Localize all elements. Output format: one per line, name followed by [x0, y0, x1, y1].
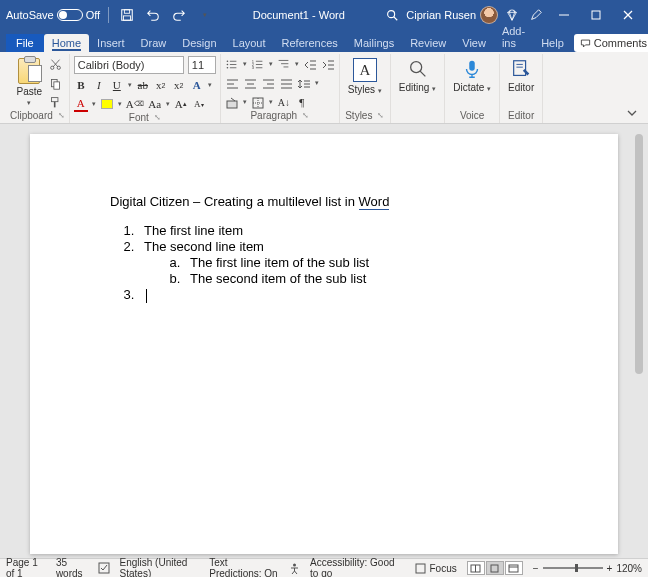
print-layout-icon[interactable]	[486, 561, 504, 575]
collapse-ribbon-icon[interactable]	[626, 107, 638, 119]
list-item: The first line item	[138, 223, 538, 238]
toggle-off-icon	[57, 9, 83, 21]
justify-icon[interactable]	[279, 75, 293, 91]
close-button[interactable]	[614, 0, 642, 30]
zoom-level[interactable]: 120%	[616, 563, 642, 574]
tab-insert[interactable]: Insert	[89, 34, 133, 52]
title-bar: AutoSave Off ▾ Document1 - Word Ciprian …	[0, 0, 648, 30]
document-area: Digital Citizen – Creating a multilevel …	[0, 124, 648, 558]
bullets-icon[interactable]	[225, 56, 239, 72]
autosave-toggle[interactable]: AutoSave Off	[6, 9, 100, 21]
tab-addins[interactable]: Add-ins	[494, 22, 533, 52]
styles-button[interactable]: A Styles ▾	[344, 56, 386, 97]
word-count[interactable]: 35 words	[56, 557, 88, 577]
bold-button[interactable]: B	[74, 77, 88, 93]
page-indicator[interactable]: Page 1 of 1	[6, 557, 46, 577]
sort-icon[interactable]: A↓	[277, 94, 291, 110]
paste-button[interactable]: Paste▾	[12, 56, 46, 109]
increase-indent-icon[interactable]	[321, 56, 335, 72]
tab-home[interactable]: Home	[44, 34, 89, 52]
multilevel-icon[interactable]	[277, 56, 291, 72]
clear-format-icon[interactable]: A⌫	[126, 96, 144, 112]
launcher-icon[interactable]: ⤡	[58, 111, 65, 120]
align-right-icon[interactable]	[261, 75, 275, 91]
change-case-button[interactable]: Aa	[148, 96, 162, 112]
tab-references[interactable]: References	[274, 34, 346, 52]
tab-layout[interactable]: Layout	[225, 34, 274, 52]
page[interactable]: Digital Citizen – Creating a multilevel …	[30, 134, 618, 554]
scrollbar-thumb[interactable]	[635, 134, 643, 374]
line-spacing-icon[interactable]	[297, 75, 311, 91]
maximize-button[interactable]	[582, 0, 610, 30]
launcher-icon[interactable]: ⤡	[302, 111, 309, 120]
format-painter-icon[interactable]	[48, 94, 62, 110]
minimize-button[interactable]	[550, 0, 578, 30]
undo-icon[interactable]	[143, 5, 163, 25]
font-color-button[interactable]: A	[74, 96, 88, 112]
zoom-in-icon[interactable]: +	[607, 563, 613, 574]
superscript-button[interactable]: x2	[172, 77, 186, 93]
shading-icon[interactable]	[225, 94, 239, 110]
magnifier-icon	[407, 58, 429, 80]
web-layout-icon[interactable]	[505, 561, 523, 575]
align-center-icon[interactable]	[243, 75, 257, 91]
align-left-icon[interactable]	[225, 75, 239, 91]
font-selector[interactable]: Calibri (Body)	[74, 56, 184, 74]
paste-icon	[18, 58, 40, 84]
borders-icon[interactable]	[251, 94, 265, 110]
document-title: Document1 - Word	[215, 9, 382, 21]
grow-font-button[interactable]: A▴	[174, 96, 188, 112]
svg-point-19	[227, 63, 229, 65]
spellcheck-icon[interactable]	[98, 562, 110, 574]
group-paragraph: ▾ 123▾ ▾ ▾ ▾ ▾ A↓ ¶ Paragraph⤡	[221, 54, 340, 123]
save-icon[interactable]	[117, 5, 137, 25]
tab-design[interactable]: Design	[174, 34, 224, 52]
text-effects-icon[interactable]: A	[190, 77, 204, 93]
tab-review[interactable]: Review	[402, 34, 454, 52]
svg-rect-15	[51, 97, 58, 101]
svg-rect-2	[124, 16, 131, 20]
vertical-scrollbar[interactable]	[634, 134, 644, 544]
comments-button[interactable]: Comments	[574, 34, 648, 52]
accessibility-status[interactable]: Accessibility: Good to go	[310, 557, 395, 577]
shrink-font-button[interactable]: A▾	[192, 96, 206, 112]
underline-button[interactable]: U	[110, 77, 124, 93]
zoom-slider[interactable]	[543, 567, 603, 569]
tab-view[interactable]: View	[454, 34, 494, 52]
tab-mailings[interactable]: Mailings	[346, 34, 402, 52]
redo-icon[interactable]	[169, 5, 189, 25]
copy-icon[interactable]	[48, 75, 62, 91]
list-item	[138, 287, 538, 303]
numbering-icon[interactable]: 123	[251, 56, 265, 72]
group-editing: Editing ▾	[391, 54, 445, 123]
cut-icon[interactable]	[48, 56, 62, 72]
italic-button[interactable]: I	[92, 77, 106, 93]
zoom-out-icon[interactable]: −	[533, 563, 539, 574]
tab-help[interactable]: Help	[533, 34, 572, 52]
editor-button[interactable]: Editor	[504, 56, 538, 95]
launcher-icon[interactable]: ⤡	[154, 113, 161, 122]
svg-line-4	[394, 17, 398, 21]
svg-rect-6	[592, 11, 600, 19]
editing-button[interactable]: Editing ▾	[395, 56, 440, 95]
language-indicator[interactable]: English (United States)	[120, 557, 200, 577]
tab-draw[interactable]: Draw	[133, 34, 175, 52]
decrease-indent-icon[interactable]	[303, 56, 317, 72]
show-marks-icon[interactable]: ¶	[295, 94, 309, 110]
read-mode-icon[interactable]	[467, 561, 485, 575]
group-styles: A Styles ▾ Styles⤡	[340, 54, 391, 123]
subscript-button[interactable]: x2	[154, 77, 168, 93]
search-icon[interactable]	[382, 5, 402, 25]
size-selector[interactable]: 11	[188, 56, 216, 74]
focus-button[interactable]: Focus	[415, 563, 456, 574]
user-name[interactable]: Ciprian Rusen	[406, 9, 476, 21]
highlight-button[interactable]	[100, 96, 114, 112]
launcher-icon[interactable]: ⤡	[377, 111, 384, 120]
view-buttons	[467, 561, 523, 575]
qat-dropdown-icon[interactable]: ▾	[195, 5, 215, 25]
strikethrough-button[interactable]: ab	[136, 77, 150, 93]
dictate-button[interactable]: Dictate ▾	[449, 56, 495, 95]
zoom-control[interactable]: − + 120%	[533, 563, 642, 574]
tab-file[interactable]: File	[6, 34, 44, 52]
text-predictions[interactable]: Text Predictions: On	[209, 557, 279, 577]
